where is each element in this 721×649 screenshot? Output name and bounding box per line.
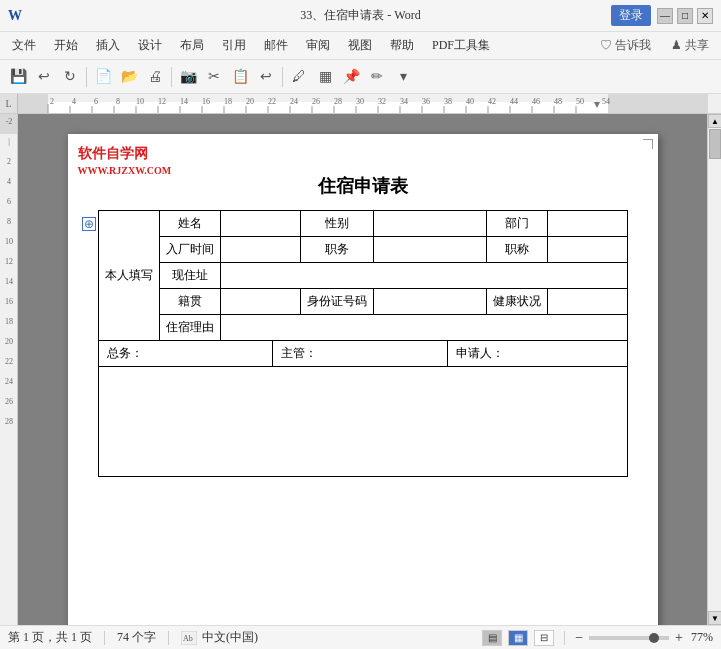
svg-rect-1 bbox=[18, 94, 48, 114]
zoom-level: 77% bbox=[691, 630, 713, 645]
ruler-content: 2 4 6 8 10 12 14 16 18 20 22 24 26 bbox=[18, 94, 721, 113]
menu-help[interactable]: 帮助 bbox=[382, 35, 422, 56]
svg-text:24: 24 bbox=[5, 377, 13, 386]
position-label: 职务 bbox=[300, 237, 373, 263]
zoom-minus[interactable]: − bbox=[575, 630, 583, 646]
new-btn[interactable]: 📄 bbox=[91, 65, 115, 89]
table-row: 本人填写 姓名 性别 部门 bbox=[98, 211, 627, 237]
svg-text:-2: -2 bbox=[6, 117, 13, 126]
position-value[interactable] bbox=[373, 237, 486, 263]
menu-review[interactable]: 审阅 bbox=[298, 35, 338, 56]
menu-insert[interactable]: 插入 bbox=[88, 35, 128, 56]
address-label: 现住址 bbox=[159, 263, 220, 289]
svg-text:12: 12 bbox=[158, 97, 166, 106]
scroll-track[interactable] bbox=[708, 128, 721, 611]
toolbar: 💾 ↩ ↻ 📄 📂 🖨 📷 ✂ 📋 ↩ 🖊 ▦ 📌 ✏ ▾ bbox=[0, 60, 721, 94]
zoom-plus[interactable]: + bbox=[675, 630, 683, 646]
svg-text:4: 4 bbox=[7, 177, 11, 186]
toolbar-sep-3 bbox=[282, 67, 283, 87]
login-button[interactable]: 登录 bbox=[611, 5, 651, 26]
menu-layout[interactable]: 布局 bbox=[172, 35, 212, 56]
svg-text:22: 22 bbox=[5, 357, 13, 366]
page-info: 第 1 页，共 1 页 bbox=[8, 629, 92, 646]
status-sep-1 bbox=[104, 631, 105, 645]
idcard-value[interactable] bbox=[373, 289, 486, 315]
address-value[interactable] bbox=[220, 263, 627, 289]
paste-btn[interactable]: 📋 bbox=[228, 65, 252, 89]
close-button[interactable]: ✕ bbox=[697, 8, 713, 24]
open-btn[interactable]: 📂 bbox=[117, 65, 141, 89]
print-layout-btn[interactable]: ▤ bbox=[482, 630, 502, 646]
health-value[interactable] bbox=[547, 289, 627, 315]
svg-text:|: | bbox=[8, 137, 10, 146]
zoom-slider[interactable] bbox=[589, 636, 669, 640]
draw-btn[interactable]: 🖊 bbox=[287, 65, 311, 89]
table-row: 籍贯 身份证号码 健康状况 bbox=[98, 289, 627, 315]
menu-home[interactable]: 开始 bbox=[46, 35, 86, 56]
dept-value[interactable] bbox=[547, 211, 627, 237]
scroll-up-arrow[interactable]: ▲ bbox=[708, 114, 721, 128]
add-row-button[interactable]: ⊕ bbox=[82, 217, 96, 231]
redo-btn[interactable]: ↻ bbox=[58, 65, 82, 89]
main-label-cell: 本人填写 bbox=[98, 211, 159, 341]
name-value[interactable] bbox=[220, 211, 300, 237]
watermark: 软件自学网 WWW.RJZXW.COM bbox=[78, 144, 172, 178]
app-icon: W bbox=[8, 8, 22, 24]
svg-text:8: 8 bbox=[7, 217, 11, 226]
svg-text:22: 22 bbox=[268, 97, 276, 106]
save-toolbar-btn[interactable]: 💾 bbox=[6, 65, 30, 89]
menu-file[interactable]: 文件 bbox=[4, 35, 44, 56]
gender-label: 性别 bbox=[300, 211, 373, 237]
svg-text:2: 2 bbox=[50, 97, 54, 106]
edit-btn[interactable]: ✏ bbox=[365, 65, 389, 89]
menu-design[interactable]: 设计 bbox=[130, 35, 170, 56]
language-text: 中文(中国) bbox=[202, 630, 258, 644]
watermark-line1: 软件自学网 bbox=[78, 144, 172, 164]
status-right: ▤ ▦ ⊟ − + 77% bbox=[482, 630, 713, 646]
status-sep-3 bbox=[564, 631, 565, 645]
toolbar-sep-1 bbox=[86, 67, 87, 87]
svg-text:38: 38 bbox=[444, 97, 452, 106]
menu-right: ♡ 告诉我 ♟ 共享 bbox=[592, 35, 717, 56]
restore-button[interactable]: □ bbox=[677, 8, 693, 24]
scroll-thumb[interactable] bbox=[709, 129, 721, 159]
read-view-btn[interactable]: ▦ bbox=[508, 630, 528, 646]
svg-text:44: 44 bbox=[510, 97, 518, 106]
web-view-btn[interactable]: ⊟ bbox=[534, 630, 554, 646]
menu-view[interactable]: 视图 bbox=[340, 35, 380, 56]
gender-value[interactable] bbox=[373, 211, 486, 237]
menu-tell-me[interactable]: ♡ 告诉我 bbox=[592, 35, 659, 56]
jointime-label: 入厂时间 bbox=[159, 237, 220, 263]
hometown-label: 籍贯 bbox=[159, 289, 220, 315]
empty-content-area[interactable] bbox=[98, 367, 628, 477]
title-value[interactable] bbox=[547, 237, 627, 263]
watermark-line2: WWW.RJZXW.COM bbox=[78, 164, 172, 178]
menu-pdf[interactable]: PDF工具集 bbox=[424, 35, 498, 56]
svg-text:26: 26 bbox=[312, 97, 320, 106]
reason-value[interactable] bbox=[220, 315, 627, 341]
zoom-slider-thumb[interactable] bbox=[649, 633, 659, 643]
format-painter-btn[interactable]: ↩ bbox=[254, 65, 278, 89]
undo-btn[interactable]: ↩ bbox=[32, 65, 56, 89]
menu-share[interactable]: ♟ 共享 bbox=[663, 35, 717, 56]
zongshu-label: 总务： bbox=[107, 346, 143, 360]
document-area[interactable]: 软件自学网 WWW.RJZXW.COM ⊕ 住宿申请表 本人填写 姓名 性别 bbox=[18, 114, 707, 625]
hometown-value[interactable] bbox=[220, 289, 300, 315]
status-bar: 第 1 页，共 1 页 74 个字 Ab 中文(中国) ▤ ▦ ⊟ − + 77… bbox=[0, 625, 721, 649]
table-row: 住宿理由 bbox=[98, 315, 627, 341]
jointime-value[interactable] bbox=[220, 237, 300, 263]
menu-references[interactable]: 引用 bbox=[214, 35, 254, 56]
table-btn[interactable]: ▦ bbox=[313, 65, 337, 89]
vertical-scrollbar[interactable]: ▲ ▼ bbox=[707, 114, 721, 625]
title-left: W bbox=[8, 8, 22, 24]
more-btn[interactable]: ▾ bbox=[391, 65, 415, 89]
scroll-down-arrow[interactable]: ▼ bbox=[708, 611, 721, 625]
minimize-button[interactable]: — bbox=[657, 8, 673, 24]
svg-text:40: 40 bbox=[466, 97, 474, 106]
svg-text:18: 18 bbox=[5, 317, 13, 326]
pin-btn[interactable]: 📌 bbox=[339, 65, 363, 89]
cut-btn[interactable]: ✂ bbox=[202, 65, 226, 89]
screenshot-btn[interactable]: 📷 bbox=[176, 65, 200, 89]
menu-mailings[interactable]: 邮件 bbox=[256, 35, 296, 56]
print-btn[interactable]: 🖨 bbox=[143, 65, 167, 89]
